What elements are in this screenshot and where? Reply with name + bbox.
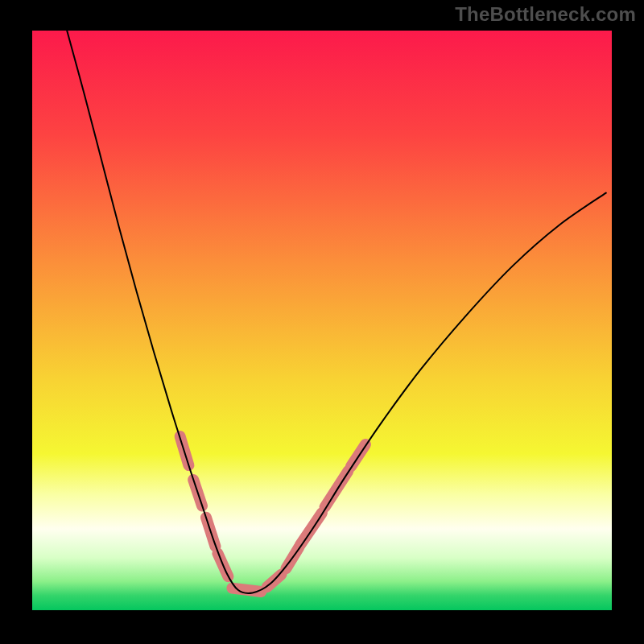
gradient-background xyxy=(32,31,612,610)
chart-frame: TheBottleneck.com xyxy=(0,0,644,644)
chart-svg xyxy=(32,31,612,610)
attribution-watermark: TheBottleneck.com xyxy=(455,3,636,26)
plot-area xyxy=(32,31,612,610)
